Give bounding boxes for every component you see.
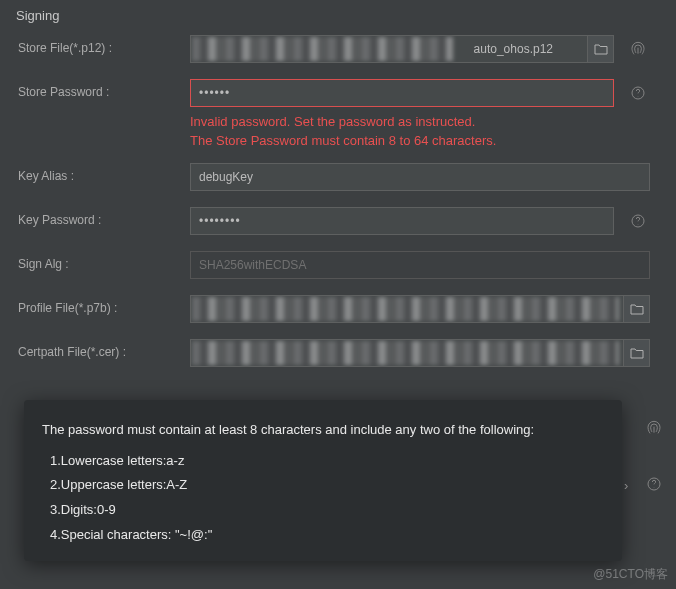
folder-icon <box>630 347 644 359</box>
browse-profile-file-button[interactable] <box>623 296 649 322</box>
browse-certpath-file-button[interactable] <box>623 340 649 366</box>
label-certpath-file: Certpath File(*.cer) : <box>12 339 190 359</box>
store-password-error: Invalid password. Set the password as in… <box>190 113 650 151</box>
row-store-password: Store Password : Invalid password. Set t… <box>12 79 664 151</box>
fingerprint-icon[interactable] <box>626 41 650 57</box>
label-sign-alg: Sign Alg : <box>12 251 190 271</box>
tooltip-item-2: 2.Uppercase letters:A-Z <box>42 473 604 498</box>
error-line-2: The Store Password must contain 8 to 64 … <box>190 132 650 151</box>
folder-icon <box>594 43 608 55</box>
key-password-input[interactable] <box>190 207 614 235</box>
label-store-password: Store Password : <box>12 79 190 99</box>
tooltip-item-4: 4.Special characters: "~!@:" <box>42 523 604 548</box>
watermark: @51CTO博客 <box>593 566 668 583</box>
tooltip-item-3: 3.Digits:0-9 <box>42 498 604 523</box>
tooltip-title: The password must contain at least 8 cha… <box>42 418 604 443</box>
help-icon[interactable] <box>626 213 650 229</box>
folder-icon <box>630 303 644 315</box>
password-requirements-tooltip: The password must contain at least 8 cha… <box>24 400 622 561</box>
certpath-file-input-group[interactable] <box>190 339 650 367</box>
help-icon[interactable] <box>626 85 650 101</box>
label-store-file: Store File(*.p12) : <box>12 35 190 55</box>
label-key-alias: Key Alias : <box>12 163 190 183</box>
error-line-1: Invalid password. Set the password as in… <box>190 113 650 132</box>
key-alias-input[interactable] <box>190 163 650 191</box>
profile-file-input-group[interactable] <box>190 295 650 323</box>
store-password-input[interactable] <box>190 79 614 107</box>
row-store-file: Store File(*.p12) : <box>12 35 664 67</box>
store-file-input-group[interactable] <box>190 35 614 63</box>
fingerprint-icon[interactable] <box>642 420 666 436</box>
row-certpath-file: Certpath File(*.cer) : <box>12 339 664 371</box>
label-profile-file: Profile File(*.p7b) : <box>12 295 190 315</box>
label-key-password: Key Password : <box>12 207 190 227</box>
row-key-password: Key Password : <box>12 207 664 239</box>
chevron-right-icon: › <box>624 478 628 493</box>
row-profile-file: Profile File(*.p7b) : <box>12 295 664 327</box>
help-icon[interactable]: › <box>642 476 666 492</box>
signing-section: Signing Store File(*.p12) : <box>0 0 676 371</box>
sign-alg-input <box>190 251 650 279</box>
browse-store-file-button[interactable] <box>587 36 613 62</box>
section-title: Signing <box>12 8 664 23</box>
tooltip-item-1: 1.Lowercase letters:a-z <box>42 449 604 474</box>
row-key-alias: Key Alias : <box>12 163 664 195</box>
row-sign-alg: Sign Alg : <box>12 251 664 283</box>
